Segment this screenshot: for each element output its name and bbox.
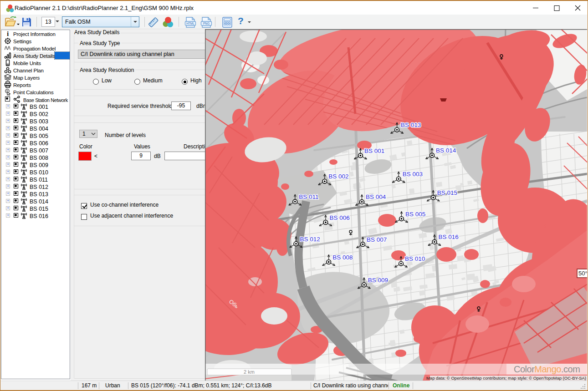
- svg-text:HTML: HTML: [186, 22, 194, 25]
- svg-text:Map data: © OpenStreetMap cont: Map data: © OpenStreetMap contributors; …: [426, 376, 586, 381]
- svg-text:BS 002: BS 002: [328, 173, 348, 180]
- svg-text:BS 001: BS 001: [364, 147, 384, 154]
- svg-text:BS 016: BS 016: [438, 234, 458, 240]
- svg-text:BS 011: BS 011: [299, 193, 318, 200]
- svg-text:2 km: 2 km: [244, 369, 255, 375]
- svg-text:ColorMango.com: ColorMango.com: [514, 364, 580, 374]
- svg-text:BS 005: BS 005: [405, 211, 425, 218]
- svg-text:50°: 50°: [578, 270, 587, 277]
- svg-text:BS 006: BS 006: [329, 214, 349, 221]
- svg-text:PNG: PNG: [203, 22, 210, 25]
- svg-text:BS 007: BS 007: [367, 236, 387, 243]
- svg-text:BS 013: BS 013: [401, 122, 421, 128]
- svg-text:BS 010: BS 010: [405, 255, 425, 262]
- svg-text:i: i: [7, 30, 9, 37]
- svg-text:BS 008: BS 008: [332, 254, 353, 261]
- svg-text:BS 009: BS 009: [368, 277, 388, 284]
- svg-text:BS 014: BS 014: [436, 147, 456, 154]
- svg-text:BS 003: BS 003: [403, 171, 423, 178]
- svg-text:BS 012: BS 012: [300, 236, 320, 243]
- svg-text:BS 015: BS 015: [437, 189, 457, 196]
- svg-text:BS 004: BS 004: [366, 193, 386, 200]
